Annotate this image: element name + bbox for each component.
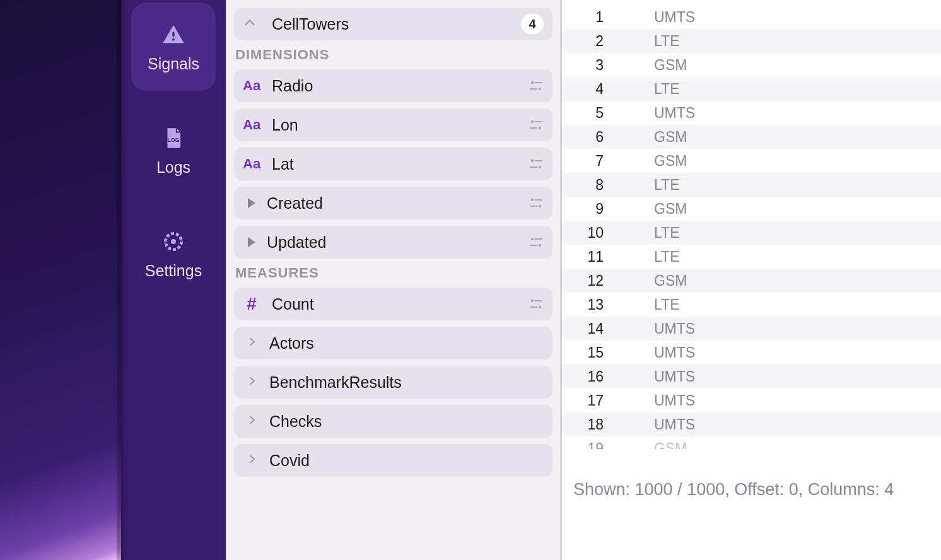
table-row[interactable]: 1UMTS — [562, 5, 941, 29]
svg-point-4 — [171, 239, 176, 244]
row-index: 11 — [562, 248, 631, 265]
row-value: LTE — [631, 225, 679, 242]
source-benchmarkresults[interactable]: BenchmarkResults — [234, 366, 552, 399]
dimension-created[interactable]: Created — [234, 187, 552, 219]
table-row[interactable]: 3GSM — [562, 53, 941, 77]
row-index: 17 — [562, 392, 631, 409]
row-value: GSM — [631, 129, 687, 146]
row-value: GSM — [631, 57, 687, 74]
svg-text:LOG: LOG — [168, 137, 180, 143]
sidebar-nav: Signals LOG Logs Settings — [121, 0, 226, 560]
svg-point-11 — [539, 127, 541, 129]
row-index: 4 — [562, 81, 631, 98]
table-row[interactable]: 16UMTS — [562, 365, 941, 388]
measures-header: MEASURES — [235, 265, 552, 281]
expand-right-icon — [248, 237, 255, 247]
row-index: 8 — [562, 177, 631, 194]
row-index: 15 — [562, 344, 631, 361]
dimensions-header: DIMENSIONS — [235, 47, 552, 63]
table-row[interactable]: 11LTE — [562, 245, 941, 269]
table-row[interactable]: 7GSM — [562, 149, 941, 173]
row-index: 5 — [562, 105, 631, 122]
sidebar-item-settings[interactable]: Settings — [131, 209, 216, 298]
filter-icon[interactable] — [529, 298, 544, 310]
dimension-label: Lon — [272, 116, 298, 134]
row-index: 7 — [562, 153, 631, 170]
svg-point-25 — [531, 300, 534, 302]
table-row[interactable]: 8LTE — [562, 173, 941, 197]
row-index: 6 — [562, 129, 631, 146]
expand-right-icon — [248, 198, 255, 208]
source-covid[interactable]: Covid — [234, 444, 552, 477]
desktop-wallpaper — [0, 0, 121, 560]
row-index: 19 — [562, 440, 631, 450]
row-value: UMTS — [631, 320, 695, 337]
row-value: GSM — [631, 440, 687, 450]
table-row[interactable]: 18UMTS — [562, 412, 941, 436]
row-value: LTE — [631, 177, 679, 194]
row-value: UMTS — [631, 344, 695, 361]
filter-icon[interactable] — [529, 119, 544, 131]
row-value: LTE — [631, 81, 679, 98]
row-value: UMTS — [631, 105, 695, 122]
text-type-icon: Aa — [243, 78, 260, 94]
table-row[interactable]: 6GSM — [562, 125, 941, 149]
table-row[interactable]: 12GSM — [562, 269, 941, 293]
filter-icon[interactable] — [529, 158, 544, 170]
row-value: UMTS — [631, 416, 695, 433]
chevron-right-icon — [247, 453, 258, 467]
sidebar-item-signals[interactable]: Signals — [131, 3, 216, 91]
svg-point-17 — [531, 199, 534, 201]
source-label: CellTowers — [272, 15, 349, 33]
row-index: 14 — [562, 320, 631, 337]
source-checks[interactable]: Checks — [234, 405, 552, 438]
table-row[interactable]: 15UMTS — [562, 341, 941, 365]
filter-icon[interactable] — [529, 79, 544, 92]
svg-point-5 — [531, 81, 534, 84]
source-label: Covid — [269, 452, 310, 470]
table-row[interactable]: 17UMTS — [562, 388, 941, 412]
log-file-icon: LOG — [160, 124, 187, 152]
number-type-icon: # — [243, 294, 260, 314]
source-label: Actors — [269, 334, 314, 353]
sidebar-item-label: Settings — [145, 262, 202, 280]
filter-icon[interactable] — [529, 236, 544, 248]
row-value: GSM — [631, 201, 687, 218]
dimension-label: Created — [267, 194, 323, 213]
table-row[interactable]: 14UMTS — [562, 317, 941, 341]
row-index: 12 — [562, 272, 631, 289]
source-label: BenchmarkResults — [269, 373, 402, 392]
dimension-lon[interactable]: Aa Lon — [234, 108, 552, 141]
dimension-label: Lat — [272, 155, 294, 173]
table-row[interactable]: 10LTE — [562, 221, 941, 245]
row-index: 10 — [562, 225, 631, 242]
row-value: LTE — [631, 296, 679, 313]
row-index: 1 — [562, 9, 631, 26]
svg-point-23 — [539, 244, 541, 247]
svg-rect-0 — [172, 32, 174, 37]
table-row[interactable]: 4LTE — [562, 77, 941, 101]
source-actors[interactable]: Actors — [234, 327, 552, 359]
source-celltowers[interactable]: CellTowers 4 — [234, 8, 552, 40]
table-row[interactable]: 19GSM — [562, 436, 941, 449]
measure-count[interactable]: # Count — [234, 288, 552, 320]
svg-point-1 — [172, 38, 175, 40]
sidebar-item-logs[interactable]: LOG Logs — [131, 106, 216, 194]
svg-point-19 — [539, 205, 541, 207]
dimension-updated[interactable]: Updated — [234, 226, 552, 259]
table-row[interactable]: 5UMTS — [562, 101, 941, 125]
source-badge: 4 — [521, 14, 544, 34]
chevron-right-icon — [247, 375, 258, 389]
measure-label: Count — [272, 295, 314, 313]
svg-point-7 — [539, 88, 541, 90]
sidebar-item-label: Logs — [156, 158, 190, 177]
table-row[interactable]: 9GSM — [562, 197, 941, 221]
filter-icon[interactable] — [529, 197, 544, 209]
dimension-radio[interactable]: Aa Radio — [234, 69, 552, 102]
dimension-lat[interactable]: Aa Lat — [234, 148, 552, 180]
dimension-label: Radio — [272, 77, 313, 95]
table-row[interactable]: 13LTE — [562, 293, 941, 317]
table-row[interactable]: 2LTE — [562, 29, 941, 53]
gear-icon — [160, 228, 187, 255]
text-type-icon: Aa — [243, 156, 260, 172]
